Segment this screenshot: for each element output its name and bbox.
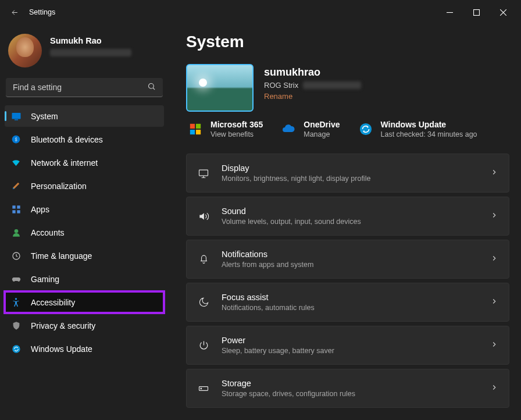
device-wallpaper-thumbnail[interactable]: [186, 64, 254, 112]
svg-rect-0: [473, 9, 479, 15]
svg-rect-18: [199, 170, 208, 176]
svg-rect-15: [190, 130, 195, 134]
accessibility-icon: [10, 297, 22, 308]
sidebar-item-label: Network & internet: [31, 158, 98, 168]
main-content: System sumukhrao ROG Strix Rename Micros…: [169, 24, 521, 420]
quick-links-row: Microsoft 365 View benefits OneDrive Man…: [186, 120, 509, 138]
device-name: sumukhrao: [264, 66, 361, 79]
sidebar-item-time-language[interactable]: Time & language: [5, 245, 164, 266]
quick-subtitle: Last checked: 34 minutes ago: [381, 130, 477, 138]
power-icon: [197, 339, 210, 352]
quick-microsoft-365[interactable]: Microsoft 365 View benefits: [188, 120, 263, 138]
bluetooth-icon: [10, 134, 22, 145]
sidebar-item-personalization[interactable]: Personalization: [5, 175, 164, 197]
svg-point-9: [14, 229, 18, 233]
setting-title: Focus assist: [222, 293, 479, 302]
person-icon: [10, 227, 22, 238]
quick-onedrive[interactable]: OneDrive Manage: [281, 120, 340, 138]
sidebar-item-label: Privacy & security: [31, 321, 95, 330]
svg-rect-14: [196, 124, 201, 129]
svg-rect-16: [196, 130, 201, 134]
chevron-right-icon: [490, 383, 498, 394]
svg-rect-5: [12, 205, 15, 208]
maximize-button[interactable]: [463, 3, 490, 22]
setting-storage[interactable]: Storage Storage space, drives, configura…: [186, 369, 509, 408]
rename-link[interactable]: Rename: [264, 92, 361, 101]
display-icon: [197, 167, 210, 180]
svg-point-11: [15, 298, 17, 300]
back-button[interactable]: [5, 2, 24, 22]
profile-name: Sumukh Rao: [50, 36, 131, 45]
update-icon: [10, 343, 22, 354]
svg-point-12: [12, 345, 20, 353]
svg-point-1: [149, 83, 154, 88]
setting-title: Power: [222, 336, 479, 345]
chevron-right-icon: [490, 168, 498, 179]
setting-title: Notifications: [222, 250, 479, 259]
setting-notifications[interactable]: Notifications Alerts from apps and syste…: [186, 240, 509, 279]
sidebar: Sumukh Rao System Bluetooth & devices: [0, 24, 169, 420]
sidebar-item-bluetooth[interactable]: Bluetooth & devices: [5, 129, 164, 150]
sidebar-item-privacy[interactable]: Privacy & security: [5, 315, 164, 336]
setting-sound[interactable]: Sound Volume levels, output, input, soun…: [186, 197, 509, 236]
onedrive-icon: [281, 122, 295, 136]
shield-icon: [10, 320, 22, 331]
sidebar-item-label: Windows Update: [31, 344, 92, 354]
search-icon: [147, 82, 156, 93]
sidebar-item-label: Bluetooth & devices: [31, 135, 103, 144]
device-model: ROG Strix: [264, 81, 361, 90]
quick-windows-update[interactable]: Windows Update Last checked: 34 minutes …: [359, 120, 477, 138]
svg-rect-13: [190, 124, 195, 129]
svg-rect-8: [17, 210, 20, 213]
sidebar-item-label: Accessibility: [31, 298, 75, 307]
quick-subtitle: Manage: [304, 130, 340, 138]
avatar: [8, 34, 42, 67]
page-title: System: [186, 33, 509, 51]
svg-point-20: [201, 388, 202, 389]
sidebar-item-network[interactable]: Network & internet: [5, 152, 164, 173]
gamepad-icon: [10, 273, 22, 284]
titlebar: Settings: [0, 0, 521, 24]
storage-icon: [197, 382, 210, 395]
sidebar-item-label: Time & language: [31, 251, 92, 261]
sidebar-item-label: System: [31, 112, 58, 121]
search-box[interactable]: [6, 78, 163, 97]
svg-rect-7: [12, 210, 15, 213]
device-summary: sumukhrao ROG Strix Rename: [186, 64, 509, 112]
microsoft-365-icon: [188, 122, 202, 136]
setting-power[interactable]: Power Sleep, battery usage, battery save…: [186, 326, 509, 365]
setting-focus-assist[interactable]: Focus assist Notifications, automatic ru…: [186, 283, 509, 322]
clock-icon: [10, 250, 22, 261]
setting-subtitle: Notifications, automatic rules: [222, 304, 479, 312]
setting-display[interactable]: Display Monitors, brightness, night ligh…: [186, 154, 509, 193]
svg-rect-2: [12, 113, 20, 119]
settings-list: Display Monitors, brightness, night ligh…: [186, 154, 509, 408]
moon-icon: [197, 296, 210, 309]
sidebar-item-gaming[interactable]: Gaming: [5, 268, 164, 290]
device-model-redacted: [303, 81, 361, 89]
sidebar-item-windows-update[interactable]: Windows Update: [5, 338, 164, 360]
quick-title: Microsoft 365: [210, 120, 263, 129]
chevron-right-icon: [490, 340, 498, 351]
windows-update-icon: [359, 122, 373, 136]
svg-point-17: [359, 123, 371, 135]
bell-icon: [197, 253, 210, 266]
setting-title: Sound: [222, 207, 479, 216]
sidebar-item-label: Accounts: [31, 228, 65, 237]
profile-email-redacted: [50, 49, 131, 56]
chevron-right-icon: [490, 211, 498, 222]
quick-title: Windows Update: [381, 120, 477, 129]
sidebar-item-accounts[interactable]: Accounts: [5, 222, 164, 243]
setting-subtitle: Storage space, drives, configuration rul…: [222, 390, 479, 398]
search-input[interactable]: [13, 83, 147, 92]
quick-subtitle: View benefits: [210, 130, 263, 138]
sidebar-item-apps[interactable]: Apps: [5, 198, 164, 220]
sidebar-item-system[interactable]: System: [5, 105, 164, 127]
minimize-button[interactable]: [436, 3, 463, 22]
paintbrush-icon: [10, 180, 22, 191]
setting-subtitle: Alerts from apps and system: [222, 261, 479, 269]
sidebar-item-label: Apps: [31, 205, 49, 214]
profile-block[interactable]: Sumukh Rao: [5, 30, 164, 76]
close-button[interactable]: [490, 3, 516, 22]
sidebar-item-accessibility[interactable]: Accessibility: [5, 291, 164, 313]
